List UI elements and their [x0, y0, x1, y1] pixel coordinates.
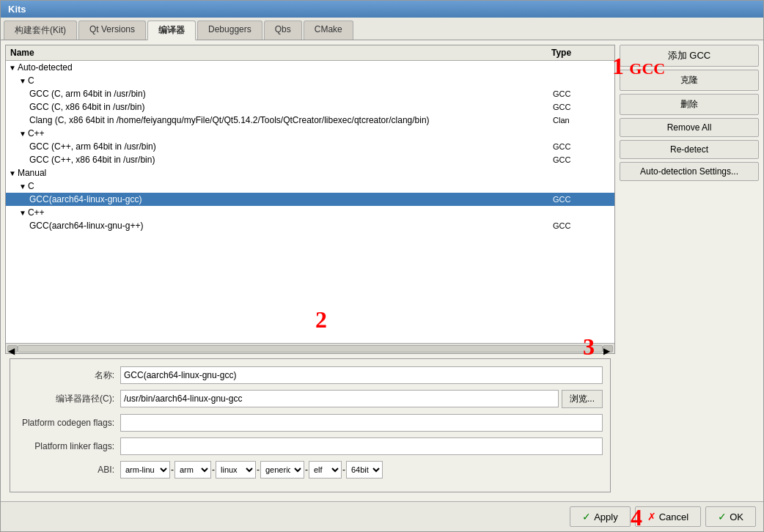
redetect-button[interactable]: Re-detect	[620, 140, 759, 159]
tab-cmake[interactable]: CMake	[304, 21, 353, 40]
arrow-icon: ▼	[19, 130, 26, 138]
abi-select-arch[interactable]: arm-linu	[120, 461, 170, 479]
arrow-icon: ▼	[19, 182, 26, 191]
detail-panel: 名称: 编译器路径(C): 浏览... Platform codegen fla…	[10, 358, 611, 492]
platform-codegen-row: Platform codegen flags:	[18, 414, 603, 432]
abi-selects: arm-linu - arm - linux -	[120, 461, 383, 479]
tree-item-label: C++	[28, 207, 553, 218]
name-row: 名称:	[18, 366, 603, 384]
abi-select-binaryformat[interactable]: elf	[309, 461, 342, 479]
add-gcc-button[interactable]: 添加 GCC	[620, 45, 759, 67]
browse-button[interactable]: 浏览...	[562, 390, 603, 408]
tab-compiler[interactable]: 编译器	[147, 21, 196, 40]
cancel-button[interactable]: ✗ Cancel	[635, 506, 701, 527]
tree-item-gcc-aarch64-gpp[interactable]: GCC(aarch64-linux-gnu-g++) GCC	[6, 219, 614, 232]
abi-row: ABI: arm-linu - arm - linux	[18, 461, 603, 479]
scroll-left-btn[interactable]: ◀	[7, 345, 18, 352]
tree-item-label: GCC (C++, arm 64bit in /usr/bin)	[29, 141, 553, 152]
tree-col-type: Type	[551, 48, 610, 58]
scroll-right-btn[interactable]: ▶	[603, 345, 613, 352]
remove-all-button[interactable]: Remove All	[620, 118, 759, 137]
clone-button[interactable]: 克隆	[620, 70, 759, 91]
tree-item-type: GCC	[553, 142, 611, 151]
tree-item-type: GCC	[553, 155, 611, 164]
tab-qbs[interactable]: Qbs	[264, 21, 302, 40]
tree-item-type: GCC	[553, 195, 611, 204]
add-button-label: 添加 GCC	[668, 49, 711, 62]
arrow-icon: ▼	[9, 169, 16, 177]
footer: ✓ Apply ✗ Cancel ✓ OK	[1, 501, 763, 531]
cancel-label: Cancel	[659, 511, 688, 522]
abi-select-cpu[interactable]: arm	[175, 461, 211, 479]
platform-linker-row: Platform linker flags:	[18, 437, 603, 455]
compiler-path-label: 编译器路径(C):	[18, 393, 120, 405]
name-input[interactable]	[120, 366, 603, 384]
tab-kit[interactable]: 构建套件(Kit)	[4, 21, 77, 40]
tree-item-manual-cpp[interactable]: ▼ C++	[6, 206, 614, 219]
tree-item-label: Manual	[18, 168, 553, 178]
platform-linker-label: Platform linker flags:	[18, 441, 120, 451]
tree-item-manual-c[interactable]: ▼ C	[6, 180, 614, 193]
right-panel: 添加 GCC 克隆 删除 Remove All Re-detect Auto-d…	[620, 45, 759, 497]
delete-button[interactable]: 删除	[620, 94, 759, 115]
tree-item-label: C	[28, 75, 553, 86]
tree-body[interactable]: ▼ Auto-detected ▼ C	[6, 61, 614, 343]
tree-header: Name Type	[6, 45, 614, 61]
compiler-tree: Name Type ▼ Auto-detected ▼	[5, 45, 615, 354]
dialog-title: Kits	[1, 1, 763, 18]
platform-codegen-input[interactable]	[120, 414, 603, 432]
abi-select-wordwidth[interactable]: 64bit	[346, 461, 383, 479]
name-label: 名称:	[18, 369, 120, 382]
tab-debuggers[interactable]: Debuggers	[197, 21, 262, 40]
tree-item-gcc-cpp-arm[interactable]: GCC (C++, arm 64bit in /usr/bin) GCC	[6, 140, 614, 153]
tree-item-type: Clan	[553, 116, 611, 125]
tree-item-c[interactable]: ▼ C	[6, 74, 614, 87]
tree-item-label: C	[28, 181, 553, 191]
horizontal-scrollbar[interactable]: ◀ ▶	[6, 343, 614, 353]
compiler-path-field: 浏览...	[120, 390, 603, 408]
auto-detection-settings-button[interactable]: Auto-detection Settings...	[620, 162, 759, 181]
tabs-bar: 构建套件(Kit) Qt Versions 编译器 Debuggers Qbs …	[1, 18, 763, 40]
apply-check-icon: ✓	[582, 511, 591, 522]
arrow-icon: ▼	[19, 209, 26, 217]
platform-codegen-label: Platform codegen flags:	[18, 418, 120, 428]
tree-item-gcc-c-x86[interactable]: GCC (C, x86 64bit in /usr/bin) GCC	[6, 100, 614, 114]
ok-button[interactable]: ✓ OK	[705, 506, 756, 527]
compiler-path-row: 编译器路径(C): 浏览...	[18, 390, 603, 408]
abi-select-os[interactable]: linux	[216, 461, 256, 479]
tree-item-label: GCC (C, arm 64bit in /usr/bin)	[29, 89, 553, 99]
tree-item-type: GCC	[553, 103, 611, 111]
main-content: Name Type ▼ Auto-detected ▼	[1, 40, 763, 501]
tree-item-label: GCC (C, x86 64bit in /usr/bin)	[29, 102, 553, 112]
tree-item-label: C++	[28, 128, 553, 138]
compiler-path-input[interactable]	[120, 390, 559, 407]
tree-item-gcc-aarch64[interactable]: GCC(aarch64-linux-gnu-gcc) GCC	[6, 193, 614, 206]
tree-item-autodetected[interactable]: ▼ Auto-detected	[6, 61, 614, 74]
scrollbar-track[interactable]	[18, 345, 603, 352]
tab-qt-versions[interactable]: Qt Versions	[78, 21, 146, 40]
abi-label: ABI:	[18, 465, 120, 475]
apply-label: Apply	[594, 511, 618, 522]
cancel-x-icon: ✗	[647, 511, 656, 522]
tree-col-name: Name	[10, 48, 551, 58]
tree-item-label: Clang (C, x86 64bit in /home/feiyangqu/m…	[29, 115, 553, 125]
tree-item-label: Auto-detected	[18, 62, 553, 73]
arrow-icon: ▼	[19, 77, 26, 85]
tree-item-label: GCC (C++, x86 64bit in /usr/bin)	[29, 155, 553, 165]
tree-item-gcc-c-arm[interactable]: GCC (C, arm 64bit in /usr/bin) GCC	[6, 87, 614, 100]
ok-check-icon: ✓	[718, 511, 727, 522]
tree-item-label: GCC(aarch64-linux-gnu-g++)	[29, 221, 553, 231]
arrow-icon: ▼	[9, 64, 16, 72]
apply-button[interactable]: ✓ Apply	[570, 506, 631, 527]
abi-select-osflavor[interactable]: generic	[260, 461, 304, 479]
tree-item-cpp[interactable]: ▼ C++	[6, 127, 614, 140]
tree-item-gcc-cpp-x86[interactable]: GCC (C++, x86 64bit in /usr/bin) GCC	[6, 153, 614, 166]
tree-item-manual[interactable]: ▼ Manual	[6, 166, 614, 180]
platform-linker-input[interactable]	[120, 437, 603, 455]
tree-item-type: GCC	[553, 221, 611, 230]
tree-item-clang[interactable]: Clang (C, x86 64bit in /home/feiyangqu/m…	[6, 114, 614, 127]
tree-item-type: GCC	[553, 89, 611, 98]
tree-item-label: GCC(aarch64-linux-gnu-gcc)	[29, 194, 553, 204]
ok-label: OK	[730, 511, 743, 522]
